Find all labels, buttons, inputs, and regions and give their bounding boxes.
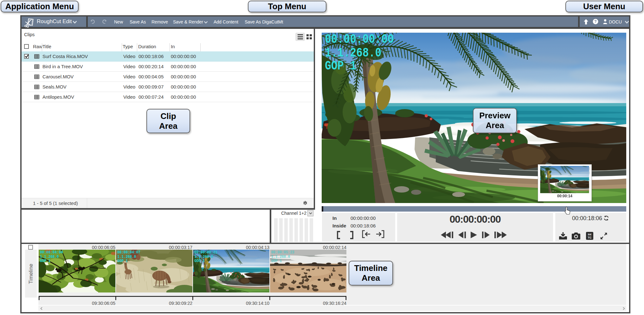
svg-text:?: ? [594, 19, 596, 24]
